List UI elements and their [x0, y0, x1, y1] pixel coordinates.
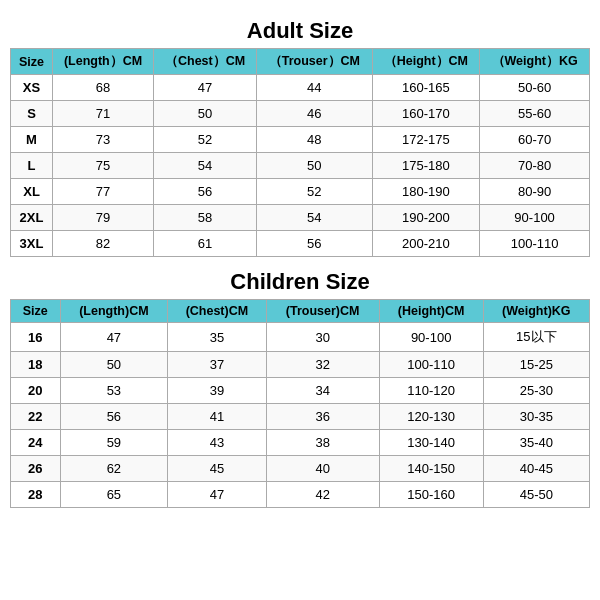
children-cell: 41	[168, 404, 267, 430]
children-cell: 22	[11, 404, 61, 430]
children-cell: 24	[11, 430, 61, 456]
children-header-cell: Size	[11, 300, 61, 323]
adult-cell: 75	[53, 153, 154, 179]
adult-cell: S	[11, 101, 53, 127]
adult-cell: 79	[53, 205, 154, 231]
children-cell: 20	[11, 378, 61, 404]
children-cell: 90-100	[379, 323, 483, 352]
children-cell: 18	[11, 352, 61, 378]
adult-cell: XS	[11, 75, 53, 101]
adult-header-cell: （Weight）KG	[480, 49, 590, 75]
table-row: 1647353090-10015以下	[11, 323, 590, 352]
adult-title: Adult Size	[247, 18, 353, 44]
adult-cell: 52	[257, 179, 372, 205]
children-cell: 42	[266, 482, 379, 508]
adult-cell: 172-175	[372, 127, 480, 153]
adult-cell: 3XL	[11, 231, 53, 257]
children-title: Children Size	[230, 269, 369, 295]
children-cell: 47	[168, 482, 267, 508]
children-cell: 65	[60, 482, 168, 508]
adult-cell: L	[11, 153, 53, 179]
children-header-cell: (Length)CM	[60, 300, 168, 323]
children-cell: 43	[168, 430, 267, 456]
adult-cell: 54	[257, 205, 372, 231]
adult-header-cell: Size	[11, 49, 53, 75]
children-cell: 130-140	[379, 430, 483, 456]
adult-cell: 58	[154, 205, 257, 231]
table-row: M735248172-17560-70	[11, 127, 590, 153]
children-cell: 59	[60, 430, 168, 456]
adult-cell: 52	[154, 127, 257, 153]
adult-cell: 68	[53, 75, 154, 101]
adult-cell: 100-110	[480, 231, 590, 257]
adult-cell: 47	[154, 75, 257, 101]
adult-cell: 77	[53, 179, 154, 205]
children-cell: 100-110	[379, 352, 483, 378]
table-row: XL775652180-19080-90	[11, 179, 590, 205]
children-cell: 39	[168, 378, 267, 404]
children-cell: 26	[11, 456, 61, 482]
adult-header-cell: (Length）CM	[53, 49, 154, 75]
children-cell: 140-150	[379, 456, 483, 482]
children-cell: 47	[60, 323, 168, 352]
adult-cell: 61	[154, 231, 257, 257]
children-cell: 34	[266, 378, 379, 404]
adult-cell: 56	[257, 231, 372, 257]
adult-cell: XL	[11, 179, 53, 205]
adult-header-cell: （Trouser）CM	[257, 49, 372, 75]
adult-cell: 82	[53, 231, 154, 257]
adult-cell: 80-90	[480, 179, 590, 205]
children-cell: 15-25	[483, 352, 589, 378]
children-header-cell: (Chest)CM	[168, 300, 267, 323]
children-cell: 36	[266, 404, 379, 430]
adult-cell: 55-60	[480, 101, 590, 127]
children-cell: 56	[60, 404, 168, 430]
table-row: 22564136120-13030-35	[11, 404, 590, 430]
table-row: 2XL795854190-20090-100	[11, 205, 590, 231]
table-row: 24594338130-14035-40	[11, 430, 590, 456]
adult-cell: 190-200	[372, 205, 480, 231]
children-cell: 32	[266, 352, 379, 378]
children-cell: 16	[11, 323, 61, 352]
adult-cell: M	[11, 127, 53, 153]
children-header-cell: (Height)CM	[379, 300, 483, 323]
children-size-table: Size(Length)CM(Chest)CM(Trouser)CM(Heigh…	[10, 299, 590, 508]
children-cell: 120-130	[379, 404, 483, 430]
adult-cell: 160-170	[372, 101, 480, 127]
adult-cell: 175-180	[372, 153, 480, 179]
children-header-cell: (Weight)KG	[483, 300, 589, 323]
children-cell: 50	[60, 352, 168, 378]
children-cell: 35	[168, 323, 267, 352]
adult-cell: 50	[154, 101, 257, 127]
adult-cell: 56	[154, 179, 257, 205]
adult-cell: 160-165	[372, 75, 480, 101]
table-row: XS684744160-16550-60	[11, 75, 590, 101]
adult-cell: 60-70	[480, 127, 590, 153]
table-row: S715046160-17055-60	[11, 101, 590, 127]
children-cell: 30	[266, 323, 379, 352]
table-row: L755450175-18070-80	[11, 153, 590, 179]
adult-cell: 54	[154, 153, 257, 179]
children-cell: 45	[168, 456, 267, 482]
children-cell: 45-50	[483, 482, 589, 508]
children-cell: 40	[266, 456, 379, 482]
adult-cell: 70-80	[480, 153, 590, 179]
children-cell: 40-45	[483, 456, 589, 482]
adult-cell: 90-100	[480, 205, 590, 231]
adult-cell: 180-190	[372, 179, 480, 205]
adult-cell: 200-210	[372, 231, 480, 257]
adult-size-table: Size(Length）CM（Chest）CM（Trouser）CM（Heigh…	[10, 48, 590, 257]
children-cell: 30-35	[483, 404, 589, 430]
adult-cell: 73	[53, 127, 154, 153]
adult-cell: 2XL	[11, 205, 53, 231]
adult-cell: 50	[257, 153, 372, 179]
children-cell: 38	[266, 430, 379, 456]
children-header-cell: (Trouser)CM	[266, 300, 379, 323]
children-cell: 150-160	[379, 482, 483, 508]
children-cell: 15以下	[483, 323, 589, 352]
adult-cell: 50-60	[480, 75, 590, 101]
table-row: 3XL826156200-210100-110	[11, 231, 590, 257]
table-row: 26624540140-15040-45	[11, 456, 590, 482]
children-cell: 62	[60, 456, 168, 482]
children-cell: 37	[168, 352, 267, 378]
